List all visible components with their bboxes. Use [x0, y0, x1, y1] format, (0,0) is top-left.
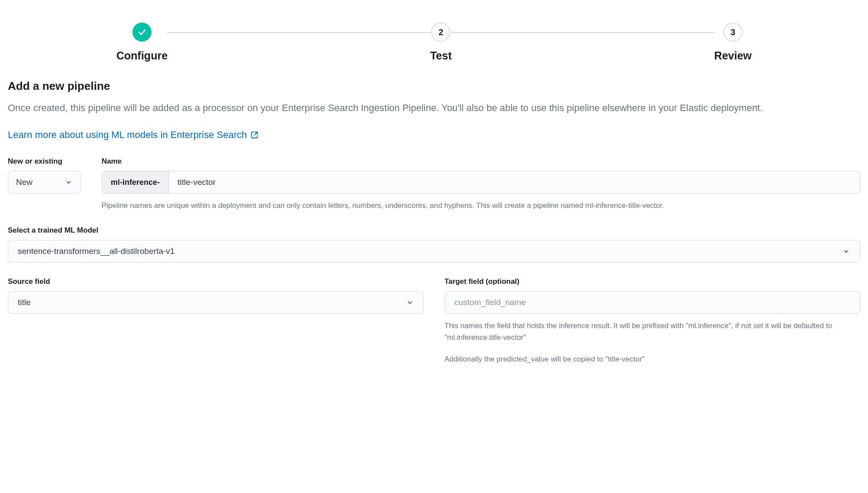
- target-field-input-wrap: [445, 291, 861, 314]
- page-description: Once created, this pipeline will be adde…: [8, 101, 860, 115]
- step-review[interactable]: 3 Review: [714, 23, 752, 62]
- step-connector: [167, 32, 431, 33]
- new-or-existing-select[interactable]: New: [8, 171, 81, 194]
- target-field-input[interactable]: [455, 298, 851, 307]
- model-label: Select a trained ML Model: [8, 226, 860, 235]
- chevron-down-icon: [406, 299, 414, 306]
- external-link-icon: [251, 131, 258, 139]
- name-input[interactable]: [169, 171, 860, 193]
- step-label: Configure: [116, 49, 168, 62]
- name-input-group: ml-inference-: [102, 171, 860, 194]
- step-label: Test: [430, 49, 452, 62]
- target-field-help-1: This names the field that holds the infe…: [445, 320, 861, 343]
- learn-more-link[interactable]: Learn more about using ML models in Ente…: [8, 129, 258, 141]
- step-test[interactable]: 2 Test: [430, 23, 452, 62]
- step-number: 2: [431, 23, 450, 42]
- name-prefix: ml-inference-: [102, 171, 169, 193]
- check-icon: [132, 23, 152, 42]
- page-title: Add a new pipeline: [8, 79, 860, 93]
- source-field-label: Source field: [8, 277, 424, 286]
- model-field: Select a trained ML Model sentence-trans…: [8, 226, 860, 263]
- chevron-down-icon: [842, 247, 850, 255]
- stepper: Configure 2 Test 3 Review: [8, 23, 860, 62]
- target-field-help-2: Additionally the predicted_value will be…: [445, 353, 861, 365]
- step-configure[interactable]: Configure: [116, 23, 168, 62]
- step-connector: [451, 32, 715, 33]
- select-value: sentence-transformers__all-distilroberta…: [18, 246, 175, 256]
- name-label: Name: [102, 157, 860, 166]
- target-field-col: Target field (optional) This names the f…: [445, 277, 861, 365]
- step-label: Review: [714, 49, 752, 62]
- new-or-existing-label: New or existing: [8, 157, 81, 166]
- select-value: title: [18, 298, 31, 307]
- link-text: Learn more about using ML models in Ente…: [8, 129, 247, 141]
- chevron-down-icon: [65, 178, 73, 186]
- source-field-col: Source field title: [8, 277, 424, 365]
- target-field-label: Target field (optional): [445, 277, 861, 286]
- source-field-select[interactable]: title: [8, 291, 424, 314]
- select-value: New: [16, 177, 33, 187]
- name-help: Pipeline names are unique within a deplo…: [102, 200, 860, 211]
- model-select[interactable]: sentence-transformers__all-distilroberta…: [8, 240, 860, 263]
- name-field: Name ml-inference- Pipeline names are un…: [102, 157, 860, 211]
- new-or-existing-field: New or existing New: [8, 157, 81, 194]
- step-number: 3: [723, 23, 743, 42]
